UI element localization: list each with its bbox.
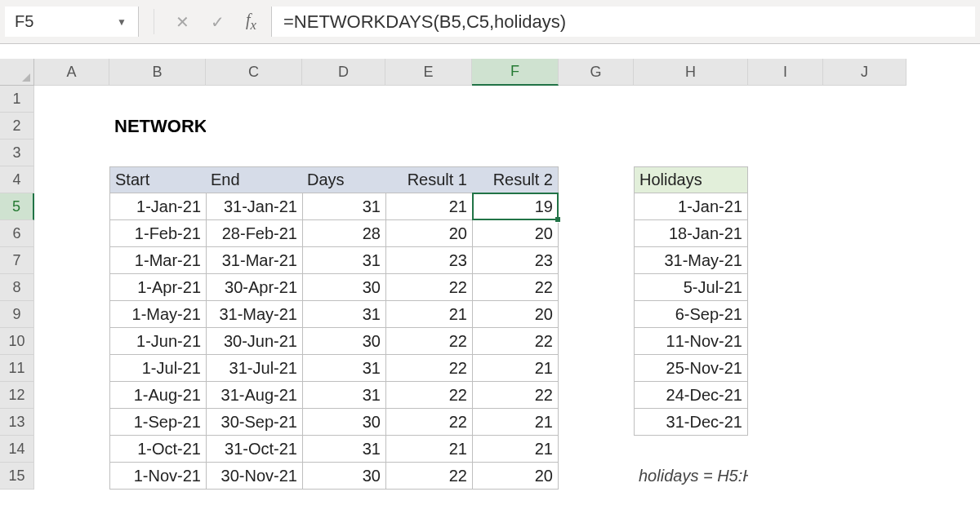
cell-empty[interactable]: [823, 86, 906, 113]
cell-holiday[interactable]: 18-Jan-21: [634, 220, 748, 247]
cell-result1[interactable]: 21: [385, 193, 472, 220]
cell-result2[interactable]: 22: [472, 274, 559, 301]
cell-empty[interactable]: [34, 274, 109, 301]
cell-empty[interactable]: [34, 436, 109, 463]
cell-empty[interactable]: [206, 140, 302, 166]
cell-holiday[interactable]: 6-Sep-21: [634, 301, 748, 328]
spreadsheet-grid[interactable]: ABCDEFGHIJ12NETWORKDAYS function34StartE…: [0, 59, 980, 514]
cell-end[interactable]: 30-Nov-21: [206, 463, 302, 490]
cell-result2[interactable]: 20: [472, 463, 559, 490]
cell-result1[interactable]: 20: [385, 220, 472, 247]
cell-empty[interactable]: [748, 463, 823, 490]
cell-end[interactable]: 31-Oct-21: [206, 436, 302, 463]
cell-empty[interactable]: [34, 409, 109, 436]
cell-holiday[interactable]: 31-May-21: [634, 247, 748, 274]
cell-empty[interactable]: [34, 463, 109, 490]
cell-empty[interactable]: [748, 436, 823, 463]
row-header-7[interactable]: 7: [0, 247, 34, 274]
cell-empty[interactable]: [559, 247, 634, 274]
cell-days[interactable]: 30: [302, 274, 385, 301]
cell-result2[interactable]: 20: [472, 301, 559, 328]
row-header-10[interactable]: 10: [0, 328, 34, 355]
cell-end[interactable]: 30-Jun-21: [206, 328, 302, 355]
cell-end[interactable]: 31-May-21: [206, 301, 302, 328]
header-end[interactable]: End: [206, 166, 302, 193]
cell-result1[interactable]: 21: [385, 436, 472, 463]
cell-holiday[interactable]: 5-Jul-21: [634, 274, 748, 301]
row-header-2[interactable]: 2: [0, 113, 34, 140]
row-header-6[interactable]: 6: [0, 220, 34, 247]
row-header-14[interactable]: 14: [0, 436, 34, 463]
cell-empty[interactable]: [34, 355, 109, 382]
cell-end[interactable]: 31-Aug-21: [206, 382, 302, 409]
cell-start[interactable]: 1-Sep-21: [109, 409, 206, 436]
cell-empty[interactable]: [823, 220, 906, 247]
cell-start[interactable]: 1-Jul-21: [109, 355, 206, 382]
row-header-1[interactable]: 1: [0, 86, 34, 113]
cell-holiday[interactable]: 31-Dec-21: [634, 409, 748, 436]
cell-empty[interactable]: [634, 113, 748, 140]
cell-end[interactable]: 31-Mar-21: [206, 247, 302, 274]
header-days[interactable]: Days: [302, 166, 385, 193]
cell-result2[interactable]: 21: [472, 436, 559, 463]
cell-empty[interactable]: [385, 86, 472, 113]
cell-empty[interactable]: [823, 274, 906, 301]
cell-empty[interactable]: [748, 355, 823, 382]
cell-empty[interactable]: [748, 382, 823, 409]
cell-empty[interactable]: [559, 274, 634, 301]
cell-empty[interactable]: [823, 436, 906, 463]
cell-empty[interactable]: [823, 193, 906, 220]
cell-empty[interactable]: [34, 247, 109, 274]
row-header-3[interactable]: 3: [0, 140, 34, 166]
row-header-9[interactable]: 9: [0, 301, 34, 328]
row-header-12[interactable]: 12: [0, 382, 34, 409]
cell-start[interactable]: 1-Nov-21: [109, 463, 206, 490]
cell-empty[interactable]: [559, 355, 634, 382]
cell-empty[interactable]: [823, 382, 906, 409]
cell-empty[interactable]: [748, 193, 823, 220]
cell-empty[interactable]: [559, 463, 634, 490]
cell-empty[interactable]: [34, 86, 109, 113]
cell-holiday[interactable]: 1-Jan-21: [634, 193, 748, 220]
cell-result1[interactable]: 22: [385, 274, 472, 301]
cell-empty[interactable]: [748, 166, 823, 193]
cell-empty[interactable]: [109, 140, 206, 166]
cell-empty[interactable]: [748, 274, 823, 301]
cell-empty[interactable]: [823, 166, 906, 193]
cell-result2[interactable]: 21: [472, 355, 559, 382]
column-header-F[interactable]: F: [472, 59, 559, 86]
cell-days[interactable]: 30: [302, 409, 385, 436]
cell-result1[interactable]: 22: [385, 409, 472, 436]
header-holidays[interactable]: Holidays: [634, 166, 748, 193]
cell-empty[interactable]: [823, 247, 906, 274]
cell-empty[interactable]: [748, 247, 823, 274]
select-all-corner[interactable]: [0, 59, 34, 86]
cell-start[interactable]: 1-Aug-21: [109, 382, 206, 409]
cell-empty[interactable]: [34, 328, 109, 355]
cell-days[interactable]: 31: [302, 301, 385, 328]
cell-empty[interactable]: [559, 140, 634, 166]
cell-empty[interactable]: [559, 409, 634, 436]
cell-empty[interactable]: [748, 140, 823, 166]
cell-empty[interactable]: [109, 86, 206, 113]
cell-days[interactable]: 31: [302, 247, 385, 274]
note-holidays-range[interactable]: holidays = H5:H13: [634, 463, 748, 490]
cell-result1[interactable]: 23: [385, 247, 472, 274]
cell-empty[interactable]: [34, 382, 109, 409]
column-header-B[interactable]: B: [109, 59, 206, 86]
cell-empty[interactable]: [559, 220, 634, 247]
cell-empty[interactable]: [34, 193, 109, 220]
cell-result2[interactable]: 20: [472, 220, 559, 247]
cell-empty[interactable]: [472, 113, 559, 140]
cell-holiday[interactable]: 24-Dec-21: [634, 382, 748, 409]
name-box-dropdown-icon[interactable]: ▼: [112, 16, 131, 28]
cell-empty[interactable]: [206, 86, 302, 113]
cell-end[interactable]: 30-Apr-21: [206, 274, 302, 301]
cell-days[interactable]: 31: [302, 355, 385, 382]
cell-empty[interactable]: [559, 86, 634, 113]
row-header-8[interactable]: 8: [0, 274, 34, 301]
cell-start[interactable]: 1-Apr-21: [109, 274, 206, 301]
cell-end[interactable]: 28-Feb-21: [206, 220, 302, 247]
cell-empty[interactable]: [823, 328, 906, 355]
cell-start[interactable]: 1-Jan-21: [109, 193, 206, 220]
